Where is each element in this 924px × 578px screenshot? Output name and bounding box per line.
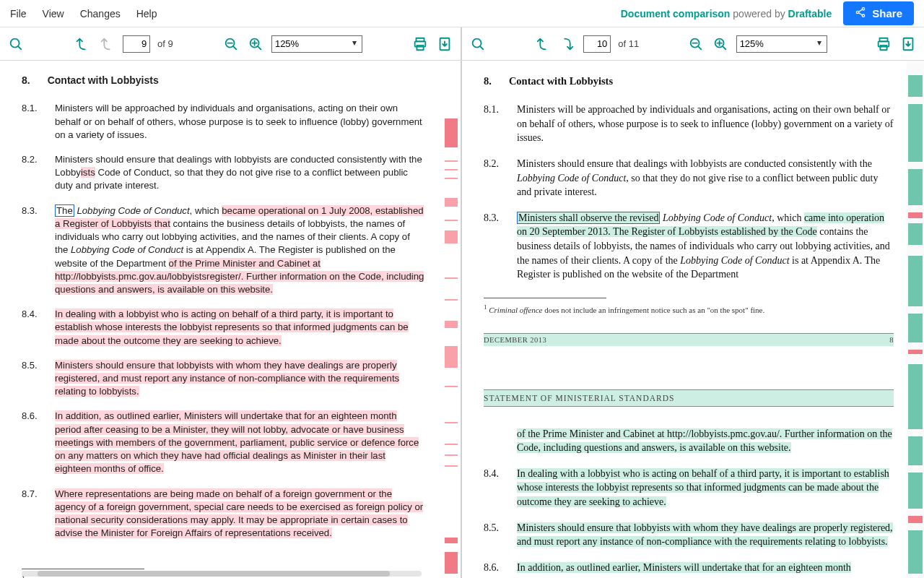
next-change-icon[interactable] xyxy=(98,35,116,53)
share-button[interactable]: Share xyxy=(843,1,914,25)
clause-body: In dealing with a lobbyist who is acting… xyxy=(55,308,424,348)
clause-body: of the Prime Minister and Cabinet at htt… xyxy=(517,427,894,455)
toolbars: of 9 125% of 11 125% xyxy=(0,27,924,61)
clause-body: Ministers should ensure that lobbyists w… xyxy=(517,521,894,549)
sec-title: Contact with Lobbyists xyxy=(509,74,613,88)
brand-pb: powered by xyxy=(730,8,788,20)
print-icon[interactable] xyxy=(411,35,429,53)
svg-line-19 xyxy=(480,46,483,48)
prev-change-icon[interactable] xyxy=(534,35,552,53)
left-pane: 8. Contact with Lobbyists 8.1. Ministers… xyxy=(0,61,462,578)
page-total-left: of 9 xyxy=(157,38,173,49)
selected-change[interactable]: Ministers shall observe the revised xyxy=(517,212,660,224)
powered-by: Document comparison powered by Draftable xyxy=(621,8,832,20)
clause-body: The Lobbying Code of Conduct, which beca… xyxy=(55,204,424,297)
clause-body: Ministers should ensure that lobbyists w… xyxy=(55,359,424,399)
clause-body: Ministers will be approached by individu… xyxy=(517,103,894,145)
hscrollbar[interactable] xyxy=(22,571,422,577)
zoom-in-icon[interactable] xyxy=(712,35,729,53)
left-doc-scroll[interactable]: 8. Contact with Lobbyists 8.1. Ministers… xyxy=(0,61,443,578)
clause-num: 8.6. xyxy=(484,561,504,575)
share-icon xyxy=(855,7,866,20)
svg-line-8 xyxy=(233,46,236,48)
clause-num: 8.3. xyxy=(22,204,42,297)
clause-body: In addition, as outlined earlier, Minist… xyxy=(55,410,424,475)
clause-num: 8.5. xyxy=(484,521,504,549)
next-change-icon[interactable] xyxy=(559,35,576,53)
zoom-out-icon[interactable] xyxy=(222,35,240,53)
prev-change-icon[interactable] xyxy=(74,35,91,53)
footnote-rule xyxy=(22,569,144,569)
menu-bar: File View Changes Help Document comparis… xyxy=(0,0,924,27)
clause-body: Ministers shall observe the revised Lobb… xyxy=(517,211,894,282)
menu-changes[interactable]: Changes xyxy=(80,8,121,20)
footnote: 1 Criminal offence does not include an i… xyxy=(484,303,894,316)
selected-change[interactable]: The xyxy=(55,204,74,217)
download-icon[interactable] xyxy=(899,35,917,53)
share-label: Share xyxy=(872,7,902,20)
right-toolbar: of 11 125% xyxy=(462,27,924,60)
sec-num: 8. xyxy=(484,74,492,88)
clause-num: 8.2. xyxy=(22,153,42,193)
page-total-right: of 11 xyxy=(618,38,639,49)
svg-line-24 xyxy=(723,46,725,48)
clause-body: Ministers should ensure that dealings wi… xyxy=(517,157,894,199)
print-icon[interactable] xyxy=(875,35,892,53)
left-change-strip[interactable] xyxy=(445,61,458,578)
svg-line-21 xyxy=(698,46,701,48)
zoom-out-icon[interactable] xyxy=(687,35,705,53)
clause-num: 8.1. xyxy=(22,102,42,142)
clause-body: Ministers should ensure that dealings wi… xyxy=(55,153,424,193)
clause-num: 8.7. xyxy=(22,488,42,540)
svg-point-0 xyxy=(863,8,865,10)
menu-file[interactable]: File xyxy=(10,8,27,20)
right-pane: 8. Contact with Lobbyists 8.1. Ministers… xyxy=(462,61,907,578)
menu-view[interactable]: View xyxy=(43,8,64,20)
page-footer: DECEMBER 2013 8 xyxy=(484,333,894,346)
clause-num: 8.5. xyxy=(22,359,42,399)
clause-num: 8.2. xyxy=(484,157,504,199)
clause-num: 8.4. xyxy=(22,308,42,348)
svg-line-3 xyxy=(859,9,863,12)
main-split: 8. Contact with Lobbyists 8.1. Ministers… xyxy=(0,61,924,578)
left-toolbar: of 9 125% xyxy=(0,27,462,60)
footer-page: 8 xyxy=(889,335,894,346)
menu-items: File View Changes Help xyxy=(10,8,157,20)
right-doc-scroll[interactable]: 8. Contact with Lobbyists 8.1. Ministers… xyxy=(462,61,907,578)
menu-help[interactable]: Help xyxy=(136,8,157,20)
brand-draftable[interactable]: Draftable xyxy=(788,8,832,20)
clause-num: 8.1. xyxy=(484,103,504,145)
clause-num: 8.6. xyxy=(22,410,42,475)
clause-body: Ministers will be approached by individu… xyxy=(55,102,424,142)
svg-point-1 xyxy=(857,11,859,13)
zoom-select-right[interactable]: 125% xyxy=(736,35,827,53)
clause-num: 8.4. xyxy=(484,467,504,509)
search-icon[interactable] xyxy=(7,35,25,53)
zoom-in-icon[interactable] xyxy=(247,35,264,53)
page-input-right[interactable] xyxy=(583,35,611,53)
overview-strip[interactable] xyxy=(907,61,924,578)
clause-body: Where representations are being made on … xyxy=(55,488,424,540)
sec-num: 8. xyxy=(22,74,30,87)
zoom-select-left[interactable]: 125% xyxy=(271,35,362,53)
footer-date: DECEMBER 2013 xyxy=(484,335,546,346)
section-header: STATEMENT OF MINISTERIAL STANDARDS xyxy=(484,389,894,407)
sec-title: Contact with Lobbyists xyxy=(48,74,159,87)
brand-dc: Document comparison xyxy=(621,8,731,20)
svg-line-6 xyxy=(18,46,21,48)
download-icon[interactable] xyxy=(436,35,453,53)
clause-num: 8.3. xyxy=(484,211,504,282)
svg-point-2 xyxy=(863,14,865,17)
clause-body: In addition, as outlined earlier, Minist… xyxy=(517,561,894,575)
svg-line-4 xyxy=(859,13,863,15)
clause-body: In dealing with a lobbyist who is acting… xyxy=(517,467,894,509)
footnote-rule xyxy=(484,298,606,298)
search-icon[interactable] xyxy=(469,35,487,53)
clause-num xyxy=(484,427,504,455)
page-input-left[interactable] xyxy=(123,35,150,53)
svg-line-11 xyxy=(258,46,261,48)
